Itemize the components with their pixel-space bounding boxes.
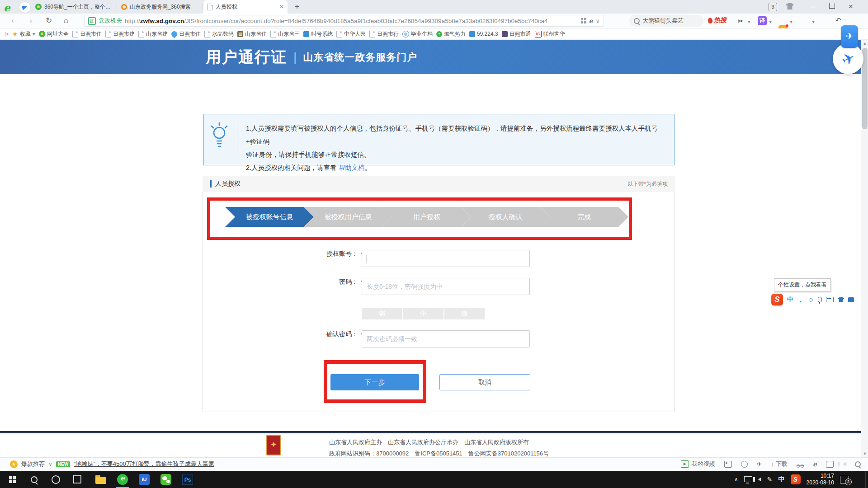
sogou-logo-icon[interactable]: S <box>771 294 783 305</box>
ime-lang-indicator[interactable]: 中 <box>778 475 785 483</box>
file-explorer-button[interactable] <box>90 471 111 488</box>
scroll-down-icon[interactable]: ▼ <box>861 450 868 457</box>
hot-search[interactable]: 热搜 <box>708 16 726 24</box>
translate-icon[interactable]: 译 <box>758 16 767 25</box>
ime-skin-icon[interactable] <box>838 297 844 302</box>
scroll-up-icon[interactable]: ▲ <box>861 40 868 47</box>
close-button[interactable]: ✕ <box>842 0 860 14</box>
bookmark-item[interactable]: 日照市通 <box>502 30 531 38</box>
new-tab-button[interactable]: + <box>292 2 302 12</box>
refresh-icon[interactable]: ↻ <box>43 15 54 26</box>
history-icon[interactable] <box>741 461 748 468</box>
bookmark-item[interactable]: 日照市住 <box>72 30 102 38</box>
volume-icon[interactable] <box>758 477 761 482</box>
pen-icon[interactable]: ✎ <box>767 476 773 483</box>
bookmark-item[interactable]: IC联创世华 <box>535 30 565 38</box>
next-step-button[interactable]: 下一步 <box>330 374 419 390</box>
tab-sd-gov-search[interactable]: 山东政务服务网_360搜索 <box>118 0 202 14</box>
login-panel-icon[interactable]: ✈ <box>841 25 858 48</box>
maximize-button[interactable] <box>823 0 841 14</box>
search-box[interactable]: 大熊猫街头卖艺 <box>629 15 703 27</box>
bookmark-item[interactable]: +燃气热力 <box>436 30 466 38</box>
nav-compass-icon[interactable] <box>19 1 31 13</box>
voice-input-icon[interactable] <box>818 297 822 302</box>
my-videos[interactable]: ▶ 我的视频 <box>681 460 715 468</box>
wechat-button[interactable] <box>156 471 176 488</box>
ime-mode-toggle[interactable]: 中 <box>787 296 793 303</box>
sogou-tray-icon[interactable]: S <box>791 474 801 484</box>
ime-toolbox-icon[interactable] <box>848 297 854 302</box>
iu-app-button[interactable]: iU <box>134 471 155 488</box>
bookmark-item[interactable]: 日照市行 <box>369 30 399 38</box>
screenshot-dropdown-icon[interactable]: ▾ <box>748 19 750 25</box>
wallet-dropdown-icon[interactable]: ▾ <box>790 19 793 25</box>
confirm-password-input[interactable] <box>362 330 530 347</box>
qr-code-icon[interactable] <box>581 18 586 23</box>
photoshop-button[interactable]: Ps <box>177 471 198 488</box>
page-scrollbar[interactable]: ▲ ▼ <box>861 40 868 457</box>
tray-expand-icon[interactable]: ∧ <box>734 476 738 483</box>
site-logo-bird-icon[interactable]: ✈ <box>833 43 863 74</box>
bookmark-item[interactable]: 网址大全 <box>39 30 69 38</box>
address-bar[interactable]: 证 党政机关 http://zwfw.sd.gov.cn/JIS/frontco… <box>84 15 604 27</box>
bookmark-item[interactable]: 日照市住 <box>171 30 201 38</box>
translate-dropdown-icon[interactable]: ▾ <box>769 19 772 25</box>
network-icon[interactable] <box>744 476 752 482</box>
undo-closed-tab-icon[interactable]: ↶ <box>835 16 841 24</box>
bookmark-item[interactable]: 中华人民 <box>336 30 366 38</box>
home-icon[interactable]: ⌂ <box>61 15 71 26</box>
bookmarks-collapse-icon[interactable]: |> <box>5 31 9 37</box>
url-dropdown-icon[interactable]: ∨ <box>595 18 600 24</box>
bookmark-item[interactable]: ▨山东省住 <box>237 30 267 38</box>
tab-count-badge[interactable]: 3 <box>769 3 777 11</box>
punctuation-icon[interactable]: ， <box>797 296 803 303</box>
promo-collapse-icon[interactable]: ∨ <box>48 461 52 467</box>
promo-headline-link[interactable]: “地摊婊”，不要4500万打胎费，靠偷生孩子成最大赢家 <box>74 460 214 468</box>
reading-mode-icon[interactable] <box>797 462 804 466</box>
bookmark-item[interactable]: 叫号系统 <box>303 30 333 38</box>
gamepad-dropdown-icon[interactable]: ▾ <box>812 19 815 25</box>
action-center-icon[interactable]: 2 <box>840 476 849 483</box>
screenshot-icon[interactable]: ✂ <box>738 17 744 25</box>
show-desktop-button[interactable] <box>865 471 868 488</box>
emoji-icon[interactable]: ☺ <box>807 296 814 303</box>
bookmark-item[interactable]: 山东省三 <box>270 30 300 38</box>
search-query[interactable]: 大熊猫街头卖艺 <box>642 17 684 25</box>
bookmark-item[interactable]: 日照市建 <box>105 30 135 38</box>
browser-360-logo-icon[interactable]: e <box>4 1 10 14</box>
sound-icon[interactable] <box>843 462 846 466</box>
cortana-button[interactable] <box>45 471 66 488</box>
tray-clock[interactable]: 10:17 2020-08-10 <box>807 473 834 486</box>
password-input[interactable] <box>362 278 530 295</box>
booster-icon[interactable]: ✈ <box>757 460 762 468</box>
tab-personnel-auth[interactable]: 人员授权 ✕ <box>203 0 288 14</box>
browser-360-taskbar-button[interactable]: e <box>112 471 133 488</box>
account-input[interactable] <box>362 250 530 267</box>
folder-icon <box>95 477 106 484</box>
forward-icon[interactable]: › <box>25 15 36 26</box>
image-viewer-icon[interactable] <box>724 461 732 468</box>
task-view-button[interactable] <box>67 471 88 488</box>
ime-tooltip[interactable]: 个性设置，点我看看 <box>774 278 831 291</box>
minimize-button[interactable]: — <box>804 0 822 14</box>
back-icon[interactable]: ‹ <box>7 15 18 26</box>
tab-360-nav[interactable]: 360导航_一个主页，整个世界 <box>32 0 116 14</box>
promo-label[interactable]: 爆款推荐 <box>21 460 45 468</box>
start-button[interactable] <box>2 471 23 488</box>
ie-mode-icon[interactable]: e <box>813 460 817 468</box>
ie-compat-icon[interactable]: e <box>589 17 593 24</box>
cancel-button[interactable]: 取消 <box>439 374 530 390</box>
bookmark-item[interactable]: ◍毕业生档 <box>402 30 433 38</box>
bookmark-item[interactable]: 山东省建 <box>138 30 168 38</box>
tab-close-icon[interactable]: ✕ <box>279 4 284 10</box>
mini-window-icon[interactable] <box>826 461 834 468</box>
soft-keyboard-icon[interactable] <box>826 297 834 302</box>
page-zoom-icon[interactable] <box>855 461 861 467</box>
favorites-menu[interactable]: ★ 收藏 ▾ <box>12 30 35 38</box>
help-doc-link[interactable]: 帮助文档 <box>339 164 365 171</box>
download-manager[interactable]: ↓ 下载 <box>771 460 788 468</box>
bookmark-item[interactable]: 59.224.3 <box>469 31 498 37</box>
taskbar-search-button[interactable] <box>24 471 44 488</box>
url-text[interactable]: http://zwfw.sd.gov.cn/JIS/frontcoruser/c… <box>125 18 578 24</box>
bookmark-item[interactable]: 水晶数码 <box>204 30 234 38</box>
